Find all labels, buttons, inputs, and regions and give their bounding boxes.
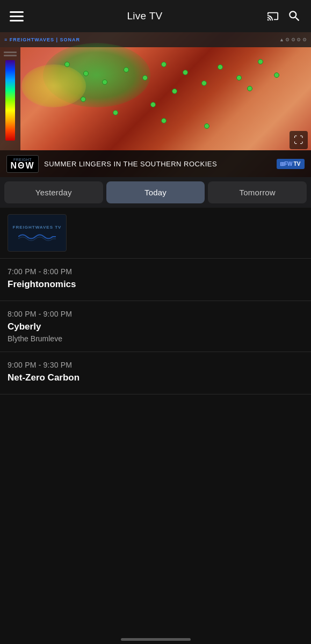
- schedule-subtitle-2: Blythe Brumleve: [8, 334, 303, 343]
- schedule-item-3[interactable]: 9:00 PM - 9:30 PM Net-Zero Carbon: [0, 352, 311, 394]
- expand-icon: ⛶: [294, 135, 303, 146]
- schedule-time-3: 9:00 PM - 9:30 PM: [8, 361, 303, 369]
- fwtv-badge: ⊞FW TV: [277, 159, 305, 169]
- day-tabs: Yesterday Today Tomorrow: [0, 177, 311, 208]
- ticker-text: SUMMER LINGERS IN THE SOUTHERN ROCKIES: [44, 160, 271, 168]
- page-title: Live TV: [127, 10, 162, 22]
- channel-thumbnail-item: FREIGHTWAVES TV: [0, 208, 311, 259]
- now-label: NΘW: [10, 162, 34, 170]
- bottom-spacer: [0, 394, 311, 437]
- home-bar: [121, 638, 191, 641]
- fw-label: ⊞FW: [280, 161, 293, 167]
- tab-today[interactable]: Today: [106, 181, 205, 203]
- menu-icon[interactable]: [10, 11, 24, 21]
- home-indicator: [0, 632, 311, 644]
- search-icon[interactable]: [287, 9, 301, 23]
- video-player: ≡ FREIGHTWAVES | SONAR ▲ ⚙ ⚙ ⚙ ⚙: [0, 32, 311, 177]
- schedule-item-2[interactable]: 8:00 PM - 9:00 PM Cyberly Blythe Brumlev…: [0, 301, 311, 352]
- schedule-time-1: 7:00 PM - 8:00 PM: [8, 267, 303, 276]
- top-navigation: Live TV: [0, 0, 311, 32]
- thumb-inner: FREIGHTWAVES TV: [13, 225, 62, 241]
- video-ticker-bar: FREIGHT NΘW SUMMER LINGERS IN THE SOUTHE…: [0, 150, 311, 177]
- thumb-logo: FREIGHTWAVES TV: [13, 225, 62, 230]
- channel-thumbnail: FREIGHTWAVES TV: [8, 214, 67, 252]
- tab-yesterday[interactable]: Yesterday: [4, 181, 103, 203]
- tab-tomorrow[interactable]: Tomorrow: [208, 181, 307, 203]
- cast-icon[interactable]: [266, 10, 280, 22]
- nav-left: [10, 11, 24, 21]
- thumb-wave-icon: [18, 232, 56, 241]
- schedule-item-1[interactable]: 7:00 PM - 8:00 PM Freightonomics: [0, 259, 311, 301]
- schedule-title-1: Freightonomics: [8, 279, 303, 290]
- schedule-list: FREIGHTWAVES TV 7:00 PM - 8:00 PM Freigh…: [0, 208, 311, 437]
- nav-right: [266, 9, 301, 23]
- schedule-title-3: Net-Zero Carbon: [8, 372, 303, 383]
- now-logo: FREIGHT NΘW: [6, 155, 39, 173]
- schedule-title-2: Cyberly: [8, 321, 303, 332]
- schedule-time-2: 8:00 PM - 9:00 PM: [8, 310, 303, 318]
- expand-button[interactable]: ⛶: [290, 131, 308, 149]
- tv-label: TV: [294, 161, 301, 167]
